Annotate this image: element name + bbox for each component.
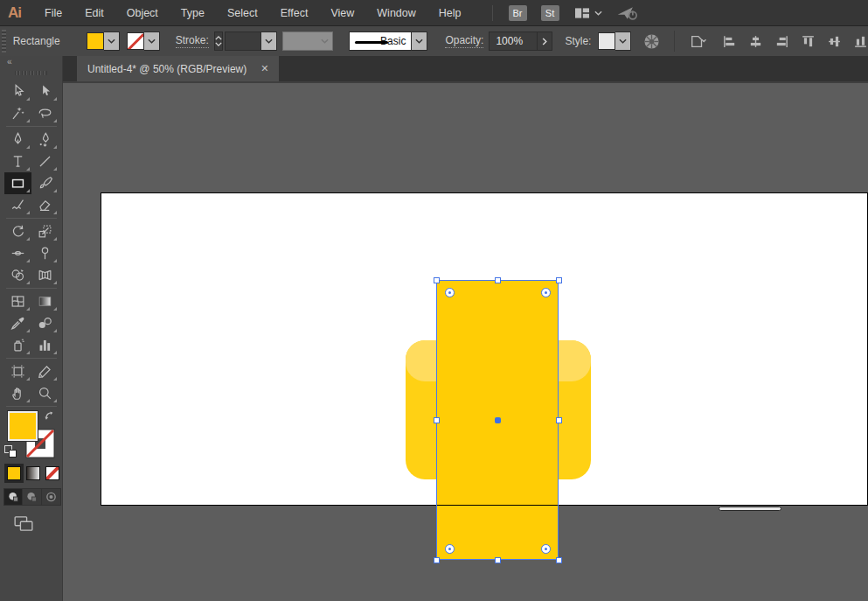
menu-file[interactable]: File (33, 7, 73, 19)
opacity-field[interactable]: 100% (489, 31, 538, 51)
selection-handle-middle-left[interactable] (434, 417, 440, 423)
menu-effect[interactable]: Effect (269, 7, 320, 19)
selection-tool[interactable] (4, 80, 31, 102)
artboard-tool[interactable] (4, 360, 31, 382)
fill-color-picker[interactable] (87, 31, 120, 51)
paintbrush-tool[interactable] (31, 172, 59, 194)
canvas-area[interactable] (63, 83, 868, 601)
draw-behind-button[interactable] (23, 489, 41, 505)
hand-tool[interactable] (4, 382, 31, 404)
corner-radius-widget-top-right[interactable] (541, 288, 551, 297)
close-tab-button[interactable]: ✕ (260, 63, 268, 74)
stroke-weight-label[interactable]: Stroke: (176, 34, 209, 48)
stroke-weight-dropdown-button[interactable] (261, 31, 277, 51)
selection-handle-bottom-center[interactable] (495, 557, 501, 563)
menu-object[interactable]: Object (115, 7, 170, 19)
recolor-artwork-button[interactable] (643, 33, 660, 50)
gradient-tool[interactable] (31, 290, 59, 312)
selection-handle-bottom-left[interactable] (434, 557, 440, 563)
draw-inside-button[interactable] (42, 489, 60, 505)
pen-tool[interactable] (4, 129, 31, 150)
opacity-combo[interactable]: 100% (489, 31, 552, 51)
color-mode-button[interactable] (4, 464, 24, 483)
change-screen-mode-button[interactable] (14, 516, 62, 531)
align-left-button[interactable] (722, 34, 737, 49)
opacity-expand-button[interactable] (538, 31, 552, 51)
rotate-tool[interactable] (4, 220, 31, 242)
menu-view[interactable]: View (319, 7, 365, 19)
shaper-tool[interactable] (4, 194, 31, 216)
selection-center-point[interactable] (495, 417, 501, 423)
scale-tool[interactable] (31, 220, 59, 242)
stroke-color-picker[interactable] (127, 31, 160, 51)
zoom-tool[interactable] (31, 382, 59, 404)
collapse-panel-button[interactable]: « (0, 56, 62, 68)
blend-tool[interactable] (31, 312, 59, 334)
corner-radius-widget-top-left[interactable] (445, 288, 455, 297)
stroke-weight-combo[interactable] (225, 31, 277, 51)
brush-definition-combo[interactable]: Basic (349, 31, 427, 51)
type-tool[interactable] (4, 150, 31, 172)
selection-handle-bottom-right[interactable] (556, 557, 562, 563)
brush-definition-field[interactable]: Basic (349, 31, 412, 51)
stroke-none-swatch[interactable] (127, 32, 144, 50)
small-pill-shape[interactable] (719, 507, 781, 511)
align-bottom-button[interactable] (853, 34, 868, 49)
panel-grip[interactable] (2, 30, 6, 52)
rectangle-tool[interactable] (4, 172, 31, 194)
workspace-switcher[interactable] (573, 6, 602, 20)
slice-tool[interactable] (31, 360, 59, 382)
mesh-tool[interactable] (4, 290, 31, 312)
eyedropper-tool[interactable] (4, 312, 31, 334)
menu-select[interactable]: Select (216, 7, 269, 19)
none-mode-button[interactable] (43, 464, 62, 483)
menu-type[interactable]: Type (170, 7, 216, 19)
bridge-button[interactable]: Br (509, 5, 527, 21)
align-horizontal-center-button[interactable] (748, 34, 763, 49)
graphic-style-swatch[interactable] (598, 32, 615, 50)
gradient-mode-button[interactable] (24, 464, 43, 483)
align-top-button[interactable] (801, 34, 816, 49)
stroke-dropdown-button[interactable] (144, 31, 160, 51)
gpu-performance-icon[interactable] (616, 5, 637, 21)
eraser-tool[interactable] (31, 194, 59, 216)
menu-window[interactable]: Window (365, 7, 427, 19)
menu-help[interactable]: Help (427, 7, 473, 19)
align-vertical-center-button[interactable] (827, 34, 842, 49)
align-right-button[interactable] (774, 34, 789, 49)
draw-normal-button[interactable] (4, 489, 23, 505)
swap-fill-stroke-icon[interactable] (45, 411, 56, 423)
brush-dropdown-button[interactable] (412, 31, 427, 51)
selection-handle-top-center[interactable] (495, 277, 501, 283)
style-dropdown-button[interactable] (615, 31, 631, 51)
stroke-weight-stepper[interactable] (214, 31, 223, 51)
column-graph-tool[interactable] (31, 334, 59, 356)
selection-handle-middle-right[interactable] (556, 417, 562, 423)
symbol-sprayer-tool[interactable] (4, 334, 31, 356)
arrange-document-button[interactable] (689, 33, 706, 49)
fill-swatch[interactable] (87, 32, 104, 50)
width-tool[interactable] (4, 242, 31, 264)
magic-wand-tool[interactable] (4, 102, 31, 124)
graphic-style-combo[interactable] (598, 31, 631, 51)
default-fill-stroke-icon[interactable] (4, 445, 17, 458)
lasso-tool[interactable] (31, 102, 59, 124)
opacity-label[interactable]: Opacity: (445, 34, 483, 48)
fill-dropdown-button[interactable] (104, 31, 120, 51)
curvature-tool[interactable] (31, 129, 59, 150)
selection-handle-top-right[interactable] (556, 277, 562, 283)
direct-selection-tool[interactable] (31, 80, 59, 102)
panel-grip[interactable] (15, 69, 47, 77)
selection-handle-top-left[interactable] (434, 277, 440, 283)
corner-radius-widget-bottom-right[interactable] (541, 544, 551, 554)
stroke-weight-field[interactable] (225, 31, 261, 51)
puppet-warp-tool[interactable] (31, 242, 59, 264)
document-tab[interactable]: Untitled-4* @ 50% (RGB/Preview) ✕ (77, 56, 279, 81)
perspective-grid-tool[interactable] (31, 264, 59, 286)
fill-swatch[interactable] (8, 411, 38, 441)
line-segment-tool[interactable] (31, 150, 59, 172)
shape-builder-tool[interactable] (4, 264, 31, 286)
adobe-stock-button[interactable]: St (541, 5, 559, 21)
menu-edit[interactable]: Edit (73, 7, 115, 19)
corner-radius-widget-bottom-left[interactable] (445, 544, 455, 554)
